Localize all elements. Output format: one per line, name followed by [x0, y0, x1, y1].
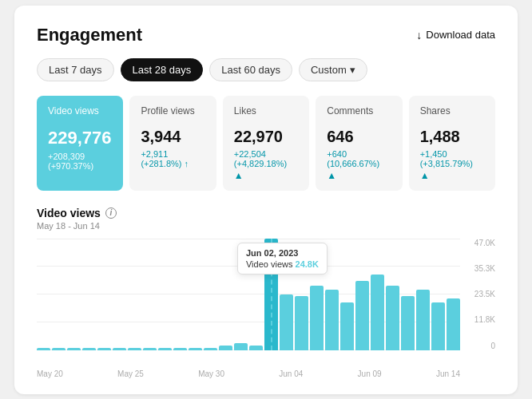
- bar-25: [416, 290, 430, 350]
- bar-20: [340, 302, 354, 350]
- bar-19: [325, 290, 339, 350]
- engagement-card: Engagement ↓ Download data Last 7 days L…: [14, 6, 518, 394]
- filter-bar: Last 7 days Last 28 days Last 60 days Cu…: [37, 58, 495, 81]
- bar-2: [67, 348, 81, 350]
- metric-profile-views: Profile views 3,944 +2,911 (+281.8%) ↑: [129, 96, 216, 191]
- filter-28days[interactable]: Last 28 days: [121, 58, 204, 81]
- bar-27: [447, 298, 460, 350]
- card-header: Engagement ↓ Download data: [37, 25, 495, 45]
- metrics-row: Video views 229,776 +208,309 (+970.37%) …: [37, 96, 495, 191]
- bar-21: [355, 281, 369, 350]
- bar-22: [371, 275, 384, 350]
- download-button[interactable]: ↓ Download data: [416, 29, 495, 41]
- metric-video-views: Video views 229,776 +208,309 (+970.37%): [37, 96, 123, 191]
- filter-7days[interactable]: Last 7 days: [37, 58, 114, 81]
- bar-5: [113, 348, 126, 350]
- bar-26: [431, 302, 445, 350]
- bar-13: [234, 343, 248, 350]
- filter-60days[interactable]: Last 60 days: [209, 58, 292, 81]
- y-axis: 47.0K 35.3K 23.5K 11.8K 0: [465, 239, 495, 350]
- info-icon: i: [105, 207, 117, 219]
- bar-8: [158, 348, 172, 350]
- bar-9: [173, 348, 187, 350]
- bar-18: [310, 286, 324, 350]
- chart-title-row: Video views i: [37, 207, 495, 219]
- metric-comments: Comments 646 +640 (10,666.67%) ▲: [316, 96, 402, 191]
- page-title: Engagement: [37, 25, 142, 45]
- bar-12: [219, 346, 232, 350]
- bar-3: [82, 348, 96, 350]
- bar-0: [37, 348, 50, 350]
- chart-container: Jun 02, 2023 Video views 24.8K 47.0K 35.…: [37, 239, 495, 366]
- bar-4: [97, 348, 111, 350]
- bar-14: [249, 346, 263, 350]
- bar-24: [401, 296, 415, 350]
- comments-up-arrow: ▲: [327, 170, 336, 181]
- chart-tooltip: Jun 02, 2023 Video views 24.8K: [237, 243, 328, 275]
- bar-11: [204, 348, 217, 350]
- bar-17: [295, 296, 308, 350]
- likes-up-arrow: ▲: [234, 170, 244, 181]
- shares-up-arrow: ▲: [420, 170, 430, 181]
- download-icon: ↓: [416, 29, 422, 41]
- bar-6: [128, 348, 141, 350]
- bar-23: [386, 286, 399, 350]
- chevron-down-icon: ▾: [350, 64, 355, 76]
- metric-shares: Shares 1,488 +1,450 (+3,815.79%) ▲: [409, 96, 495, 191]
- x-axis: May 20 May 25 May 30 Jun 04 Jun 09 Jun 1…: [37, 369, 460, 378]
- chart-title: Video views: [37, 207, 101, 219]
- bar-10: [189, 348, 202, 350]
- bar-7: [143, 348, 157, 350]
- chart-date-range: May 18 - Jun 14: [37, 221, 495, 231]
- x-labels: May 20 May 25 May 30 Jun 04 Jun 09 Jun 1…: [37, 369, 460, 378]
- metric-likes: Likes 22,970 +22,504 (+4,829.18%) ▲: [223, 96, 309, 191]
- bar-16: [280, 294, 293, 350]
- bar-1: [52, 348, 66, 350]
- filter-custom[interactable]: Custom ▾: [299, 58, 367, 81]
- bars-area: Jun 02, 2023 Video views 24.8K: [37, 239, 460, 350]
- chart-section: Video views i May 18 - Jun 14 Jun 02, 20…: [37, 207, 495, 378]
